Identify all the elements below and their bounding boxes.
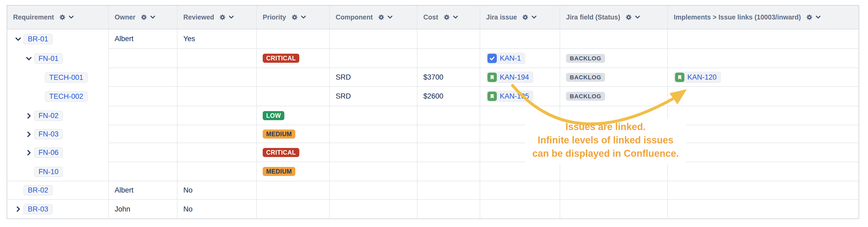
gear-icon[interactable] (626, 14, 632, 20)
requirement-badge[interactable]: FN-06 (34, 148, 63, 158)
chevron-down-icon[interactable] (25, 57, 32, 61)
empty-cell (417, 106, 480, 125)
gear-icon[interactable] (806, 14, 812, 20)
empty-cell (330, 200, 417, 219)
requirement-badge[interactable]: BR-02 (24, 185, 53, 195)
chevron-down-icon[interactable] (635, 15, 640, 19)
empty-cell (257, 68, 330, 87)
linked-issue-link[interactable]: KAN-120 (674, 72, 721, 83)
gear-icon[interactable] (522, 14, 528, 20)
chevron-right-icon[interactable] (25, 113, 32, 119)
empty-cell (178, 143, 257, 162)
issue-key: KAN-195 (500, 92, 529, 100)
empty-cell (330, 162, 417, 181)
chevron-down-icon[interactable] (15, 37, 22, 41)
empty-cell (330, 181, 417, 200)
empty-cell (480, 200, 560, 219)
chevron-down-icon[interactable] (229, 15, 234, 19)
column-label: Cost (423, 13, 438, 21)
story-icon (488, 73, 497, 82)
requirement-badge[interactable]: FN-10 (34, 167, 63, 177)
gear-icon[interactable] (219, 14, 225, 20)
chevron-down-icon[interactable] (388, 15, 393, 19)
column-label: Jira issue (486, 13, 517, 21)
gear-icon[interactable] (378, 14, 384, 20)
owner-cell: John (109, 200, 178, 219)
empty-cell (560, 181, 668, 200)
chevron-down-icon[interactable] (150, 15, 155, 19)
chevron-down-icon[interactable] (453, 15, 458, 19)
empty-cell (257, 29, 330, 49)
jira-issue-link[interactable]: KAN-194 (486, 72, 533, 83)
column-header-reviewed: Reviewed (178, 6, 257, 29)
chevron-down-icon[interactable] (301, 15, 306, 19)
column-header-cost: Cost (417, 6, 480, 29)
jira-issue-link[interactable]: KAN-195 (486, 91, 533, 102)
empty-cell (480, 29, 560, 49)
empty-cell (109, 125, 178, 143)
empty-cell (257, 181, 330, 200)
empty-cell (560, 162, 668, 181)
annotation-line: Infinite levels of linked issues (512, 133, 699, 147)
requirement-badge[interactable]: TECH-001 (45, 72, 88, 83)
jira-issue-cell: KAN-194 (480, 68, 560, 87)
requirement-badge[interactable]: BR-03 (24, 204, 53, 215)
reviewed-cell: No (178, 200, 257, 219)
requirement-badge[interactable]: FN-01 (34, 54, 63, 64)
jira-issue-link[interactable]: KAN-1 (486, 53, 525, 64)
task-icon (488, 54, 497, 63)
column-label: Implements > Issue links (10003/inward) (674, 13, 801, 21)
reviewed-cell: Yes (178, 29, 257, 49)
cost-cell: $2600 (417, 87, 480, 106)
empty-cell (560, 29, 668, 49)
empty-cell (109, 106, 178, 125)
requirement-row: TECH-001 (7, 68, 108, 87)
empty-cell (109, 68, 178, 87)
empty-cell (480, 162, 560, 181)
requirement-badge[interactable]: TECH-002 (45, 91, 88, 102)
annotation-line: Issues are linked. (512, 120, 699, 133)
requirement-badge[interactable]: BR-01 (24, 34, 53, 44)
requirement-badge[interactable]: FN-02 (34, 110, 63, 121)
priority-badge: CRITICAL (263, 54, 299, 63)
priority-cell: LOW (257, 106, 330, 125)
issue-key: KAN-120 (687, 73, 717, 82)
story-icon (488, 92, 497, 101)
empty-cell (257, 200, 330, 219)
empty-cell (668, 49, 859, 68)
chevron-right-icon[interactable] (25, 150, 32, 156)
chevron-right-icon[interactable] (15, 206, 22, 212)
chevron-down-icon[interactable] (531, 15, 537, 19)
gear-icon[interactable] (444, 14, 450, 20)
status-cell: BACKLOG (560, 87, 668, 106)
column-header-owner: Owner (109, 6, 178, 29)
status-badge: BACKLOG (566, 92, 605, 101)
requirement-row: BR-03 (7, 200, 109, 219)
empty-cell (178, 106, 257, 125)
requirement-row: FN-02 (7, 106, 108, 125)
empty-cell (668, 29, 859, 49)
issue-key: KAN-194 (500, 73, 529, 82)
empty-cell (178, 68, 257, 87)
annotation-line: can be displayed in Confluence. (512, 147, 699, 160)
empty-cell (330, 49, 417, 68)
empty-cell (330, 143, 417, 162)
requirement-row: TECH-002 (7, 87, 108, 106)
column-label: Priority (263, 13, 286, 21)
gear-icon[interactable] (141, 14, 147, 20)
column-header-jira-issue: Jira issue (480, 6, 560, 29)
chevron-down-icon[interactable] (816, 15, 821, 19)
empty-cell (668, 87, 859, 106)
requirement-row: BR-01 (7, 29, 108, 49)
priority-badge: LOW (263, 111, 284, 120)
column-label: Reviewed (183, 13, 214, 21)
empty-cell (330, 125, 417, 143)
priority-badge: MEDIUM (263, 130, 295, 139)
requirement-badge[interactable]: FN-03 (34, 129, 63, 139)
empty-cell (668, 200, 859, 219)
gear-icon[interactable] (291, 14, 298, 20)
priority-cell: MEDIUM (257, 162, 330, 181)
chevron-right-icon[interactable] (25, 131, 32, 137)
gear-icon[interactable] (59, 14, 65, 20)
chevron-down-icon[interactable] (69, 15, 74, 19)
